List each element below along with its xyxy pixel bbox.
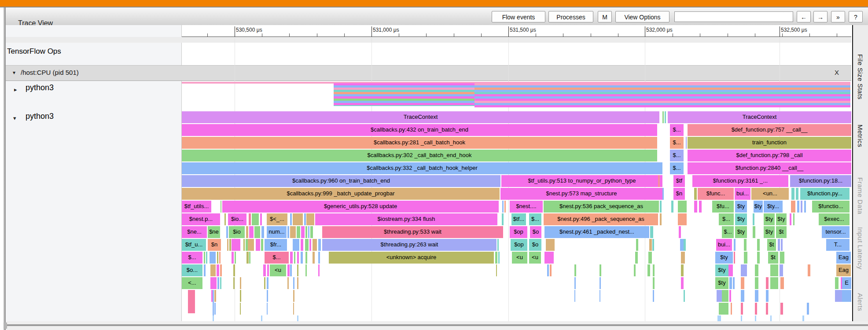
trace-event-sliver[interactable] <box>240 303 241 315</box>
thread-python3-expanded[interactable]: python3 <box>26 112 54 121</box>
trace-event-sliver[interactable] <box>544 252 554 264</box>
trace-event-sliver[interactable] <box>678 213 687 225</box>
collapse-arrow-icon[interactable]: ▾ <box>13 115 16 121</box>
trace-event-block[interactable]: T... <box>826 239 850 251</box>
trace-event-sliver[interactable] <box>287 226 289 238</box>
view-options-button[interactable]: View Options <box>615 11 669 22</box>
trace-event-block[interactable]: Eag <box>836 252 851 264</box>
trace-event-sliver[interactable] <box>210 252 216 264</box>
trace-event-sliver[interactable] <box>791 201 795 213</box>
trace-event-block[interactable]: $nest.py:496 _pack_sequence_as <box>544 213 658 225</box>
trace-event-sliver[interactable] <box>694 188 697 200</box>
trace-event-sliver[interactable] <box>797 201 799 213</box>
trace-event-sliver[interactable] <box>261 315 262 321</box>
trace-event-sliver[interactable] <box>741 315 742 321</box>
trace-event-block[interactable]: Eag <box>836 264 851 276</box>
trace-event-block[interactable]: $o <box>530 226 541 238</box>
trace-event-block[interactable]: $... <box>670 124 684 136</box>
trace-event-block[interactable]: $o... <box>182 264 202 276</box>
trace-event-sliver[interactable] <box>297 315 298 321</box>
trace-event-block[interactable]: bui... <box>735 188 750 200</box>
trace-event-sliver[interactable] <box>681 252 685 264</box>
trace-event-sliver[interactable] <box>647 264 650 276</box>
trace-event-sliver[interactable] <box>290 226 296 238</box>
trace-event-block[interactable]: $t <box>767 239 776 251</box>
trace-event-block[interactable]: $func... <box>698 188 734 200</box>
trace-event-sliver[interactable] <box>662 188 664 200</box>
trace-event-block[interactable]: $ne <box>208 226 220 238</box>
trace-event-block[interactable]: $o <box>529 239 541 251</box>
trace-event-block[interactable]: tensor... <box>822 226 850 238</box>
trace-event-sliver[interactable] <box>188 290 195 313</box>
search-input[interactable] <box>674 11 793 22</box>
trace-event-sliver[interactable] <box>755 303 757 315</box>
trace-event-block[interactable]: num... <box>267 226 287 238</box>
trace-event-block[interactable]: $function.py:2840 __call__ <box>688 162 851 174</box>
trace-event-sliver[interactable] <box>504 201 506 213</box>
trace-event-block[interactable]: $... <box>722 226 734 238</box>
trace-event-sliver[interactable] <box>600 264 601 276</box>
trace-event-sliver[interactable] <box>261 239 263 251</box>
trace-event-sliver[interactable] <box>634 264 636 276</box>
trace-event-block[interactable]: $ty <box>735 213 747 225</box>
trace-event-block[interactable]: $exec... <box>819 213 850 225</box>
trace-event-sliver[interactable] <box>217 264 219 276</box>
trace-event-sliver[interactable] <box>213 315 214 321</box>
trace-event-sliver[interactable] <box>217 277 219 289</box>
trace-event-sliver[interactable] <box>313 252 315 264</box>
trace-event-sliver[interactable] <box>502 201 504 213</box>
trace-event-block[interactable]: <... <box>182 277 202 289</box>
trace-event-sliver[interactable] <box>306 213 314 225</box>
trace-event-sliver[interactable] <box>733 277 735 289</box>
trace-event-block[interactable]: $tf_utils.py:513 to_numpy_or_python_type <box>501 175 662 187</box>
trace-event-sliver[interactable] <box>793 213 794 225</box>
trace-event-sliver[interactable] <box>308 226 309 238</box>
tab-frame-data[interactable]: Frame Data <box>857 177 864 214</box>
trace-event-sliver[interactable] <box>722 290 728 302</box>
trace-event-sliver[interactable] <box>671 201 673 213</box>
trace-event-block[interactable]: TraceContext <box>182 111 659 123</box>
trace-event-sliver[interactable] <box>757 239 760 251</box>
trace-event-sliver[interactable] <box>686 137 687 149</box>
trace-event-sliver[interactable] <box>214 290 216 302</box>
trace-event-block[interactable]: $... <box>670 162 684 174</box>
trace-event-sliver[interactable] <box>233 277 235 289</box>
trace-event-sliver[interactable] <box>741 303 743 315</box>
trace-event-sliver[interactable] <box>662 111 664 123</box>
trace-event-sliver[interactable] <box>741 264 747 276</box>
trace-event-sliver[interactable] <box>293 239 299 251</box>
trace-event-sliver[interactable] <box>653 264 655 276</box>
trace-event-block[interactable]: $callbacks.py:960 on_train_batch_end <box>182 175 500 187</box>
trace-event-sliver[interactable] <box>660 213 662 225</box>
trace-event-sliver[interactable] <box>770 315 772 321</box>
trace-event-sliver[interactable] <box>301 252 303 264</box>
trace-event-sliver[interactable] <box>293 213 303 225</box>
trace-event-sliver[interactable] <box>305 226 307 238</box>
trace-event-sliver[interactable] <box>728 264 733 276</box>
trace-event-block[interactable]: $<_... <box>267 213 287 225</box>
trace-event-sliver[interactable] <box>770 264 778 276</box>
trace-event-sliver[interactable] <box>790 213 791 225</box>
flame-canvas[interactable]: 530,500 μs531,000 μs531,500 μs532,000 μs… <box>182 25 851 321</box>
trace-event-sliver[interactable] <box>660 201 662 213</box>
trace-event-sliver[interactable] <box>210 277 217 289</box>
trace-event-sliver[interactable] <box>301 226 305 238</box>
trace-event-sliver[interactable] <box>252 213 259 225</box>
trace-event-block[interactable]: $tf_utils... <box>182 201 211 213</box>
trace-event-sliver[interactable] <box>267 290 268 302</box>
trace-event-sliver[interactable] <box>717 315 721 321</box>
trace-event-sliver[interactable] <box>243 239 245 251</box>
trace-event-sliver[interactable] <box>842 290 851 302</box>
trace-event-sliver[interactable] <box>744 252 747 264</box>
trace-event-sliver[interactable] <box>755 277 758 289</box>
trace-event-block[interactable]: $nest.... <box>510 201 543 213</box>
trace-event-block[interactable]: $tf_u... <box>182 239 206 251</box>
trace-event-sliver[interactable] <box>249 213 251 225</box>
trace-event-block[interactable]: $op <box>510 226 527 238</box>
trace-event-sliver[interactable] <box>755 264 758 276</box>
trace-event-block[interactable]: $function.py:18... <box>790 175 851 187</box>
trace-event-sliver[interactable] <box>204 252 205 264</box>
trace-event-sliver[interactable] <box>781 239 783 251</box>
trace-event-sliver[interactable] <box>574 264 576 276</box>
trace-event-block[interactable]: $... <box>719 213 734 225</box>
